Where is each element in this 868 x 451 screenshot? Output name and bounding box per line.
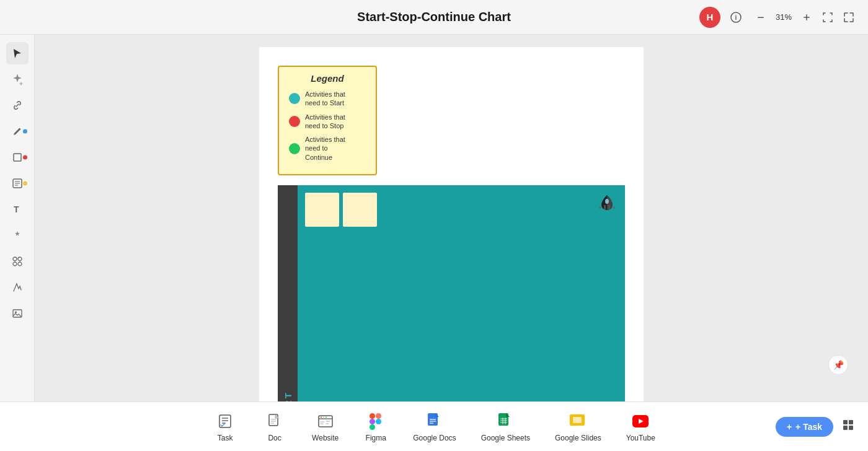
legend-dot-continue xyxy=(289,143,300,154)
tool-magic[interactable] xyxy=(6,224,29,247)
gdocs-icon xyxy=(425,411,445,431)
chart-section-start: START xyxy=(278,185,625,401)
start-content xyxy=(298,185,625,401)
svg-rect-40 xyxy=(370,424,375,430)
legend-item-start: Activities thatneed to Start xyxy=(289,90,366,108)
tool-text[interactable]: T xyxy=(6,198,29,221)
fullscreen-button[interactable] xyxy=(839,8,858,27)
legend: Legend Activities thatneed to Start Acti… xyxy=(278,66,377,175)
grid-view-button[interactable] xyxy=(838,417,858,437)
taskbar-item-gslides[interactable]: Google Slides xyxy=(542,406,614,447)
note-dot xyxy=(23,182,27,186)
svg-rect-57 xyxy=(843,420,848,424)
page-title: Start-Stop-Continue Chart xyxy=(357,10,511,24)
svg-point-11 xyxy=(13,257,17,261)
zoom-controls: 31% xyxy=(751,8,858,27)
legend-text-start: Activities thatneed to Start xyxy=(305,90,345,108)
taskbar-label-youtube: YouTube xyxy=(626,434,655,442)
svg-point-16 xyxy=(15,312,17,313)
taskbar-label-gsheets: Google Sheets xyxy=(481,434,530,442)
zoom-in-button[interactable] xyxy=(797,8,816,27)
youtube-icon xyxy=(631,411,650,431)
legend-text-stop: Activities thatneed to Stop xyxy=(305,113,345,131)
task-icon xyxy=(215,411,235,431)
start-label-col: START xyxy=(278,185,298,401)
svg-text:i: i xyxy=(735,14,737,21)
taskbar-label-gslides: Google Slides xyxy=(555,434,601,442)
svg-point-14 xyxy=(18,262,22,266)
taskbar-item-website[interactable]: Website xyxy=(299,406,351,447)
taskbar-item-gdocs[interactable]: Google Docs xyxy=(401,406,468,447)
taskbar-label-doc: Doc xyxy=(268,434,281,442)
legend-title: Legend xyxy=(289,73,366,84)
website-icon xyxy=(316,411,335,431)
canvas-content: Legend Activities thatneed to Start Acti… xyxy=(259,47,644,401)
top-bar: Start-Stop-Continue Chart H i 31% xyxy=(0,0,868,35)
taskbar-item-doc[interactable]: Doc xyxy=(250,406,299,447)
chart-container: START xyxy=(278,185,625,401)
add-task-plus: + xyxy=(787,422,792,432)
svg-rect-37 xyxy=(370,413,375,419)
svg-rect-18 xyxy=(604,205,606,209)
add-task-button[interactable]: + + Task xyxy=(776,417,833,437)
tool-ai[interactable] xyxy=(6,68,29,90)
tool-pen[interactable] xyxy=(6,120,29,142)
svg-rect-60 xyxy=(849,426,853,430)
tool-select[interactable] xyxy=(6,42,29,64)
user-avatar[interactable]: H xyxy=(699,7,720,28)
pen-dot xyxy=(23,129,27,134)
start-note-1[interactable] xyxy=(305,193,339,227)
legend-dot-start xyxy=(289,93,300,104)
add-task-label: + Task xyxy=(795,422,822,432)
top-bar-controls: H i 31% xyxy=(699,7,858,28)
pin-button[interactable]: 📌 xyxy=(828,355,848,375)
svg-point-41 xyxy=(376,419,381,424)
gslides-icon xyxy=(568,411,588,431)
taskbar-item-figma[interactable]: Figma xyxy=(351,406,401,447)
svg-rect-58 xyxy=(849,420,853,424)
svg-rect-39 xyxy=(370,419,375,424)
doc-icon xyxy=(265,411,285,431)
info-button[interactable]: i xyxy=(727,8,745,27)
legend-item-continue: Activities thatneed toContinue xyxy=(289,135,366,162)
svg-point-36 xyxy=(326,416,327,418)
taskbar-label-gdocs: Google Docs xyxy=(413,434,456,442)
left-sidebar: T xyxy=(0,35,35,401)
tool-link[interactable] xyxy=(6,94,29,116)
svg-point-13 xyxy=(13,262,17,266)
start-icon xyxy=(595,191,619,220)
figma-icon xyxy=(366,411,386,431)
tool-image[interactable] xyxy=(6,302,29,325)
tool-shape[interactable] xyxy=(6,146,29,169)
zoom-out-button[interactable] xyxy=(751,8,770,27)
taskbar-item-task[interactable]: Task xyxy=(200,406,250,447)
main-area: T xyxy=(0,35,868,401)
svg-point-35 xyxy=(323,416,324,418)
taskbar-label-task: Task xyxy=(218,434,233,442)
taskbar-label-website: Website xyxy=(312,434,339,442)
taskbar-item-gsheets[interactable]: Google Sheets xyxy=(469,406,542,447)
taskbar-item-youtube[interactable]: YouTube xyxy=(614,406,668,447)
tool-group[interactable] xyxy=(6,250,29,273)
svg-rect-19 xyxy=(608,205,610,209)
legend-dot-stop xyxy=(289,116,300,127)
start-label: START xyxy=(278,185,298,401)
gsheets-icon xyxy=(495,411,515,431)
svg-rect-4 xyxy=(806,14,807,20)
tool-effects[interactable] xyxy=(6,276,29,299)
svg-rect-59 xyxy=(843,426,848,430)
canvas-area[interactable]: Legend Activities thatneed to Start Acti… xyxy=(35,35,868,401)
taskbar-label-figma: Figma xyxy=(366,434,386,442)
svg-rect-5 xyxy=(14,154,21,161)
svg-text:T: T xyxy=(14,204,19,214)
svg-rect-2 xyxy=(758,17,764,18)
bottom-bar: 📌 Task Doc xyxy=(0,401,868,451)
zoom-level: 31% xyxy=(773,12,795,22)
fit-width-button[interactable] xyxy=(818,8,837,27)
legend-item-stop: Activities thatneed to Stop xyxy=(289,113,366,131)
start-note-2[interactable] xyxy=(343,193,377,227)
legend-text-continue: Activities thatneed toContinue xyxy=(305,135,345,162)
svg-point-20 xyxy=(605,199,609,204)
svg-rect-38 xyxy=(376,413,381,419)
tool-note[interactable] xyxy=(6,172,29,195)
